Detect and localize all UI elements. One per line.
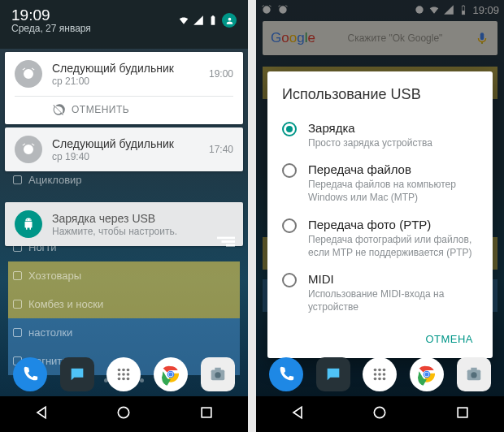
svg-point-32: [383, 378, 386, 381]
svg-point-26: [383, 369, 386, 372]
shade-time: 19:09: [11, 6, 91, 24]
svg-point-6: [118, 373, 121, 376]
notification-alarm[interactable]: Следующий будильник ср 21:00 19:00 ОТМЕН…: [5, 52, 243, 124]
navigation-bar: [0, 396, 248, 432]
svg-point-15: [169, 373, 173, 377]
notification-title: Следующий будильник: [52, 137, 194, 150]
notification-subtitle: Нажмите, чтобы настроить.: [52, 226, 233, 237]
svg-point-28: [379, 373, 382, 376]
shade-drag-handle[interactable]: [217, 236, 235, 251]
svg-rect-20: [202, 408, 211, 417]
notification-time: 17:40: [209, 144, 233, 155]
svg-rect-2: [226, 244, 235, 247]
app-messages[interactable]: [60, 357, 94, 391]
svg-point-10: [123, 378, 126, 381]
app-camera[interactable]: [201, 357, 235, 391]
notification-title: Зарядка через USB: [52, 212, 233, 225]
usb-option-midi[interactable]: MIDI Использование MIDI-входа на устройс…: [282, 266, 478, 320]
radio-icon: [282, 273, 297, 287]
notification-title: Следующий будильник: [52, 62, 194, 75]
dialog-cancel-button[interactable]: ОТМЕНА: [420, 326, 478, 352]
signal-icon: [193, 15, 204, 26]
svg-point-3: [118, 369, 121, 372]
notification-usb[interactable]: Зарядка через USB Нажмите, чтобы настрои…: [5, 202, 243, 246]
radio-icon: [282, 163, 297, 178]
dock: [256, 352, 504, 396]
svg-point-19: [119, 407, 129, 417]
usb-option-ptp[interactable]: Передача фото (PTP) Передача фотографий …: [282, 211, 478, 266]
nav-home[interactable]: [371, 404, 388, 424]
svg-rect-0: [217, 237, 235, 240]
navigation-bar: [256, 396, 504, 432]
battery-icon: [207, 15, 219, 26]
app-drawer[interactable]: [106, 357, 141, 391]
svg-point-40: [375, 407, 385, 417]
nav-recent[interactable]: [198, 404, 215, 424]
notification-alarm[interactable]: Следующий будильник ср 19:40 17:40: [5, 127, 243, 171]
notification-time: 19:00: [209, 68, 233, 80]
svg-point-27: [374, 373, 377, 376]
nav-home[interactable]: [115, 404, 132, 424]
svg-point-7: [123, 373, 126, 376]
alarm-icon: [15, 60, 42, 88]
svg-point-30: [374, 378, 377, 381]
phone-right: 19:09 Google Скажите "Ok Google" Использ…: [256, 0, 504, 432]
nav-back[interactable]: [33, 404, 50, 424]
alarm-off-icon: [52, 103, 65, 116]
svg-rect-18: [215, 368, 220, 371]
svg-rect-39: [471, 368, 476, 371]
radio-icon: [282, 218, 297, 233]
svg-point-4: [123, 369, 126, 372]
svg-point-38: [471, 372, 476, 378]
svg-point-11: [127, 378, 130, 381]
usb-dialog: Использование USB Зарядка Просто зарядка…: [267, 71, 493, 358]
svg-point-17: [215, 372, 220, 378]
notification-shade-header[interactable]: 19:09 Среда, 27 января: [0, 0, 248, 49]
alarm-icon: [15, 136, 42, 163]
shade-date: Среда, 27 января: [11, 23, 91, 34]
app-camera[interactable]: [457, 357, 491, 391]
svg-point-8: [127, 373, 130, 376]
list-item: Хозтовары: [8, 261, 240, 290]
app-phone[interactable]: [269, 357, 303, 391]
svg-rect-1: [222, 240, 236, 243]
svg-point-36: [425, 373, 429, 377]
app-messages[interactable]: [316, 357, 350, 391]
svg-point-9: [118, 378, 121, 381]
svg-point-31: [379, 378, 382, 381]
svg-rect-41: [458, 408, 467, 417]
android-icon: [15, 210, 42, 238]
svg-point-29: [383, 373, 386, 376]
notification-list: Следующий будильник ср 21:00 19:00 ОТМЕН…: [0, 49, 248, 249]
usb-option-mtp[interactable]: Передача файлов Передача файлов на компь…: [282, 156, 478, 210]
app-drawer[interactable]: [363, 357, 397, 391]
svg-point-5: [127, 369, 130, 372]
notification-subtitle: ср 21:00: [52, 76, 194, 87]
wifi-icon: [178, 15, 189, 26]
svg-point-24: [374, 369, 377, 372]
app-chrome[interactable]: [410, 357, 444, 391]
radio-icon: [282, 122, 297, 136]
phone-left: Ацикловир Ногти Хозтовары Комбез и носки…: [0, 0, 248, 432]
notification-subtitle: ср 19:40: [52, 151, 194, 162]
usb-option-charging[interactable]: Зарядка Просто зарядка устройства: [282, 114, 478, 156]
notification-action-cancel[interactable]: ОТМЕНИТЬ: [5, 97, 243, 124]
nav-recent[interactable]: [454, 404, 471, 424]
nav-back[interactable]: [289, 404, 306, 424]
svg-point-25: [379, 369, 382, 372]
app-chrome[interactable]: [154, 357, 188, 391]
dialog-title: Использование USB: [282, 86, 478, 103]
list-item: настолки: [8, 318, 240, 347]
profile-avatar[interactable]: [222, 13, 237, 28]
list-item: Комбез и носки: [8, 290, 240, 318]
app-phone[interactable]: [13, 357, 47, 391]
dock: [0, 352, 248, 396]
